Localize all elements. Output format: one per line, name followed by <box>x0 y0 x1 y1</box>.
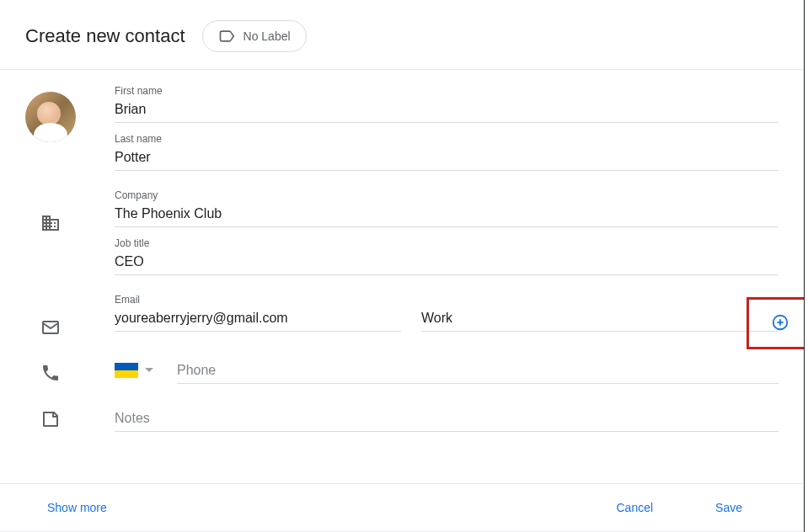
dialog-title: Create new contact <box>25 25 185 47</box>
email-type-input[interactable] <box>421 307 779 332</box>
email-row: Email <box>25 294 779 338</box>
avatar-column <box>25 85 76 142</box>
last-name-label: Last name <box>115 133 779 145</box>
phone-input[interactable] <box>177 361 779 384</box>
company-icon-column <box>25 189 76 233</box>
company-label: Company <box>115 189 779 201</box>
phone-icon <box>40 363 61 383</box>
email-icon-column <box>25 294 76 338</box>
name-row: First name Last name <box>25 85 779 181</box>
chevron-down-icon <box>145 368 153 372</box>
save-button[interactable]: Save <box>705 501 752 514</box>
country-flag-select[interactable] <box>115 363 160 383</box>
dialog-header: Create new contact No Label <box>0 0 804 70</box>
no-label-text: No Label <box>243 29 291 43</box>
job-title-input[interactable] <box>115 251 779 275</box>
job-title-label: Job title <box>115 237 779 249</box>
avatar[interactable] <box>25 92 76 142</box>
show-more-button[interactable]: Show more <box>47 501 107 514</box>
company-row: Company Job title <box>25 189 779 285</box>
company-input[interactable] <box>115 203 779 227</box>
email-icon <box>40 317 61 338</box>
company-icon <box>40 213 61 233</box>
notes-input[interactable] <box>115 407 779 432</box>
note-icon <box>40 409 61 429</box>
dialog-footer: Show more Cancel Save <box>0 483 803 532</box>
email-label: Email <box>115 294 401 306</box>
last-name-input[interactable] <box>115 146 779 171</box>
label-icon <box>218 28 235 45</box>
ukraine-flag-icon <box>115 363 138 378</box>
add-email-button[interactable] <box>770 312 790 332</box>
email-input[interactable] <box>115 307 401 332</box>
first-name-label: First name <box>115 85 779 97</box>
form-content: First name Last name Company <box>0 70 804 474</box>
phone-row <box>25 346 779 384</box>
phone-icon-column <box>25 346 76 383</box>
no-label-button[interactable]: No Label <box>202 20 307 52</box>
create-contact-dialog: Create new contact No Label First name <box>0 0 805 532</box>
first-name-input[interactable] <box>115 98 779 123</box>
cancel-button[interactable]: Cancel <box>606 501 663 514</box>
notes-row <box>25 392 779 432</box>
notes-icon-column <box>25 392 76 429</box>
